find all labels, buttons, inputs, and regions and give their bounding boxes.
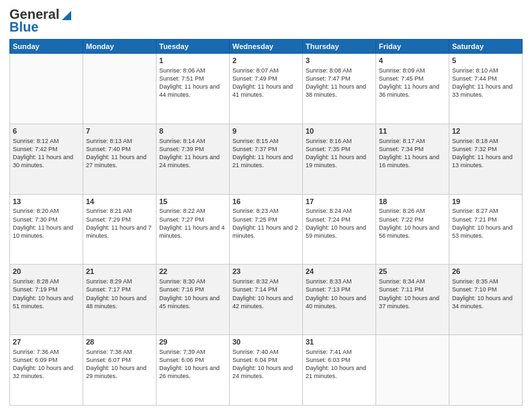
day-info: Sunrise: 8:33 AM Sunset: 7:13 PM Dayligh… — [306, 277, 373, 310]
calendar-cell: 6Sunrise: 8:12 AM Sunset: 7:42 PM Daylig… — [10, 124, 83, 194]
day-info: Sunrise: 8:32 AM Sunset: 7:14 PM Dayligh… — [232, 277, 300, 310]
calendar-cell: 14Sunrise: 8:21 AM Sunset: 7:29 PM Dayli… — [83, 194, 157, 265]
header: General Blue — [9, 7, 523, 35]
day-number: 18 — [379, 197, 446, 207]
day-info: Sunrise: 7:39 AM Sunset: 6:06 PM Dayligh… — [159, 348, 226, 381]
calendar-cell: 3Sunrise: 8:08 AM Sunset: 7:47 PM Daylig… — [303, 54, 376, 124]
calendar-cell: 12Sunrise: 8:18 AM Sunset: 7:32 PM Dayli… — [449, 124, 523, 194]
day-number: 3 — [306, 56, 373, 66]
calendar-week-row: 20Sunrise: 8:28 AM Sunset: 7:19 PM Dayli… — [10, 265, 523, 335]
day-number: 9 — [232, 126, 300, 136]
day-number: 22 — [159, 267, 226, 277]
calendar-cell: 2Sunrise: 8:07 AM Sunset: 7:49 PM Daylig… — [230, 54, 303, 124]
calendar-header-thursday: Thursday — [303, 40, 376, 54]
day-info: Sunrise: 7:41 AM Sunset: 6:03 PM Dayligh… — [306, 348, 373, 381]
day-number: 10 — [306, 126, 373, 136]
day-number: 13 — [13, 197, 80, 207]
calendar-cell: 10Sunrise: 8:16 AM Sunset: 7:35 PM Dayli… — [303, 124, 376, 194]
day-number: 23 — [232, 267, 300, 277]
day-number: 15 — [159, 197, 226, 207]
calendar-cell: 19Sunrise: 8:27 AM Sunset: 7:21 PM Dayli… — [449, 194, 523, 265]
day-info: Sunrise: 8:28 AM Sunset: 7:19 PM Dayligh… — [13, 277, 80, 310]
day-number: 29 — [159, 337, 226, 347]
day-info: Sunrise: 8:18 AM Sunset: 7:32 PM Dayligh… — [452, 137, 519, 170]
logo-triangle-icon — [60, 9, 73, 21]
calendar-header-saturday: Saturday — [449, 40, 523, 54]
day-info: Sunrise: 8:14 AM Sunset: 7:39 PM Dayligh… — [159, 137, 226, 170]
calendar-table: SundayMondayTuesdayWednesdayThursdayFrid… — [9, 39, 523, 406]
day-info: Sunrise: 8:24 AM Sunset: 7:24 PM Dayligh… — [306, 207, 373, 240]
day-number: 8 — [159, 126, 226, 136]
day-info: Sunrise: 8:13 AM Sunset: 7:40 PM Dayligh… — [86, 137, 153, 170]
day-number: 21 — [86, 267, 153, 277]
calendar-cell — [376, 335, 449, 406]
day-number: 7 — [86, 126, 153, 136]
day-number: 11 — [379, 126, 446, 136]
day-info: Sunrise: 8:26 AM Sunset: 7:22 PM Dayligh… — [379, 207, 446, 240]
day-number: 26 — [452, 267, 519, 277]
calendar-week-row: 13Sunrise: 8:20 AM Sunset: 7:30 PM Dayli… — [10, 194, 523, 265]
day-info: Sunrise: 8:12 AM Sunset: 7:42 PM Dayligh… — [13, 137, 80, 170]
calendar-cell: 18Sunrise: 8:26 AM Sunset: 7:22 PM Dayli… — [376, 194, 449, 265]
day-info: Sunrise: 7:36 AM Sunset: 6:09 PM Dayligh… — [13, 348, 80, 381]
calendar-cell: 20Sunrise: 8:28 AM Sunset: 7:19 PM Dayli… — [10, 265, 83, 335]
day-info: Sunrise: 8:34 AM Sunset: 7:11 PM Dayligh… — [379, 277, 446, 310]
day-info: Sunrise: 8:21 AM Sunset: 7:29 PM Dayligh… — [86, 207, 153, 240]
calendar-cell: 27Sunrise: 7:36 AM Sunset: 6:09 PM Dayli… — [10, 335, 83, 406]
day-number: 17 — [306, 197, 373, 207]
calendar-cell: 23Sunrise: 8:32 AM Sunset: 7:14 PM Dayli… — [230, 265, 303, 335]
day-number: 30 — [232, 337, 300, 347]
day-info: Sunrise: 7:38 AM Sunset: 6:07 PM Dayligh… — [86, 348, 153, 381]
svg-marker-0 — [62, 11, 71, 20]
day-info: Sunrise: 8:10 AM Sunset: 7:44 PM Dayligh… — [452, 66, 519, 99]
calendar-cell: 29Sunrise: 7:39 AM Sunset: 6:06 PM Dayli… — [157, 335, 230, 406]
day-info: Sunrise: 8:35 AM Sunset: 7:10 PM Dayligh… — [452, 277, 519, 310]
day-info: Sunrise: 8:15 AM Sunset: 7:37 PM Dayligh… — [232, 137, 300, 170]
day-number: 27 — [13, 337, 80, 347]
calendar-cell: 8Sunrise: 8:14 AM Sunset: 7:39 PM Daylig… — [157, 124, 230, 194]
calendar-cell — [83, 54, 157, 124]
calendar-cell: 25Sunrise: 8:34 AM Sunset: 7:11 PM Dayli… — [376, 265, 449, 335]
calendar-header-monday: Monday — [83, 40, 157, 54]
day-number: 14 — [86, 197, 153, 207]
day-info: Sunrise: 8:09 AM Sunset: 7:45 PM Dayligh… — [379, 66, 446, 99]
calendar-cell: 24Sunrise: 8:33 AM Sunset: 7:13 PM Dayli… — [303, 265, 376, 335]
day-number: 31 — [306, 337, 373, 347]
day-info: Sunrise: 8:17 AM Sunset: 7:34 PM Dayligh… — [379, 137, 446, 170]
calendar-cell: 21Sunrise: 8:29 AM Sunset: 7:17 PM Dayli… — [83, 265, 157, 335]
calendar-cell: 28Sunrise: 7:38 AM Sunset: 6:07 PM Dayli… — [83, 335, 157, 406]
day-info: Sunrise: 8:06 AM Sunset: 7:51 PM Dayligh… — [159, 66, 226, 99]
day-info: Sunrise: 8:29 AM Sunset: 7:17 PM Dayligh… — [86, 277, 153, 310]
calendar-cell: 9Sunrise: 8:15 AM Sunset: 7:37 PM Daylig… — [230, 124, 303, 194]
day-number: 12 — [452, 126, 519, 136]
calendar-week-row: 6Sunrise: 8:12 AM Sunset: 7:42 PM Daylig… — [10, 124, 523, 194]
day-info: Sunrise: 8:16 AM Sunset: 7:35 PM Dayligh… — [306, 137, 373, 170]
day-number: 4 — [379, 56, 446, 66]
day-number: 6 — [13, 126, 80, 136]
day-number: 16 — [232, 197, 300, 207]
page: General Blue SundayMondayTuesdayWednesda… — [0, 0, 532, 411]
calendar-cell: 11Sunrise: 8:17 AM Sunset: 7:34 PM Dayli… — [376, 124, 449, 194]
day-number: 20 — [13, 267, 80, 277]
calendar-cell: 16Sunrise: 8:23 AM Sunset: 7:25 PM Dayli… — [230, 194, 303, 265]
calendar-cell: 22Sunrise: 8:30 AM Sunset: 7:16 PM Dayli… — [157, 265, 230, 335]
calendar-cell: 4Sunrise: 8:09 AM Sunset: 7:45 PM Daylig… — [376, 54, 449, 124]
calendar-cell: 5Sunrise: 8:10 AM Sunset: 7:44 PM Daylig… — [449, 54, 523, 124]
day-number: 28 — [86, 337, 153, 347]
day-info: Sunrise: 8:27 AM Sunset: 7:21 PM Dayligh… — [452, 207, 519, 240]
day-info: Sunrise: 8:22 AM Sunset: 7:27 PM Dayligh… — [159, 207, 226, 240]
day-number: 25 — [379, 267, 446, 277]
calendar-cell — [449, 335, 523, 406]
day-number: 2 — [232, 56, 300, 66]
calendar-header-wednesday: Wednesday — [230, 40, 303, 54]
day-number: 24 — [306, 267, 373, 277]
calendar-header-friday: Friday — [376, 40, 449, 54]
logo-blue-text: Blue — [9, 19, 38, 35]
day-info: Sunrise: 8:30 AM Sunset: 7:16 PM Dayligh… — [159, 277, 226, 310]
calendar-cell — [10, 54, 83, 124]
day-info: Sunrise: 8:23 AM Sunset: 7:25 PM Dayligh… — [232, 207, 300, 240]
calendar-cell: 30Sunrise: 7:40 AM Sunset: 6:04 PM Dayli… — [230, 335, 303, 406]
calendar-week-row: 1Sunrise: 8:06 AM Sunset: 7:51 PM Daylig… — [10, 54, 523, 124]
calendar-cell: 1Sunrise: 8:06 AM Sunset: 7:51 PM Daylig… — [157, 54, 230, 124]
day-info: Sunrise: 7:40 AM Sunset: 6:04 PM Dayligh… — [232, 348, 300, 381]
